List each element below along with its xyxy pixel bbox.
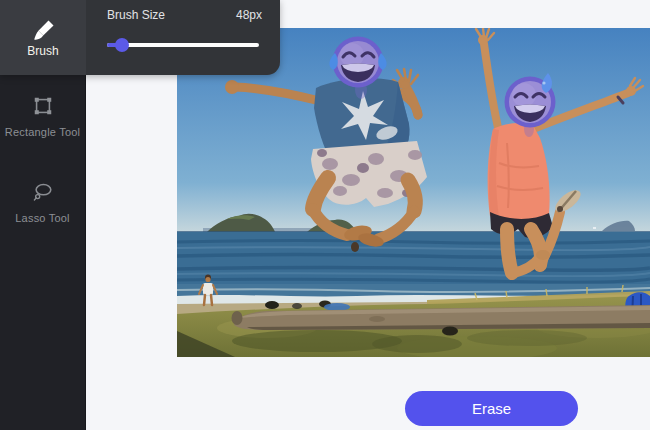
sidebar-item-lasso-tool[interactable]: Lasso Tool — [0, 181, 85, 224]
rectangle-marquee-icon — [32, 95, 54, 117]
sidebar-item-brush[interactable]: Brush — [0, 0, 86, 75]
brush-size-label: Brush Size — [107, 8, 165, 22]
sidebar-item-label: Brush — [27, 44, 58, 58]
sea — [177, 232, 650, 302]
brush-size-slider[interactable] — [107, 38, 259, 52]
watermark-editor-app: Rectangle Tool Lasso Tool Br — [0, 0, 650, 430]
brush-size-slider-track[interactable] — [107, 43, 259, 47]
tool-sidebar: Rectangle Tool Lasso Tool — [0, 75, 86, 430]
sidebar-item-rectangle-tool[interactable]: Rectangle Tool — [0, 95, 85, 138]
erase-button[interactable]: Erase — [405, 391, 578, 426]
brush-size-value: 48px — [236, 8, 262, 22]
sidebar-item-label: Rectangle Tool — [0, 126, 85, 138]
brush-options-panel: Brush Brush Size 48px — [0, 0, 280, 75]
photo-canvas[interactable] — [177, 28, 650, 357]
lasso-icon — [32, 181, 54, 203]
paintbrush-icon — [32, 18, 54, 40]
sidebar-item-label: Lasso Tool — [0, 212, 85, 224]
brush-size-slider-thumb[interactable] — [115, 38, 129, 52]
